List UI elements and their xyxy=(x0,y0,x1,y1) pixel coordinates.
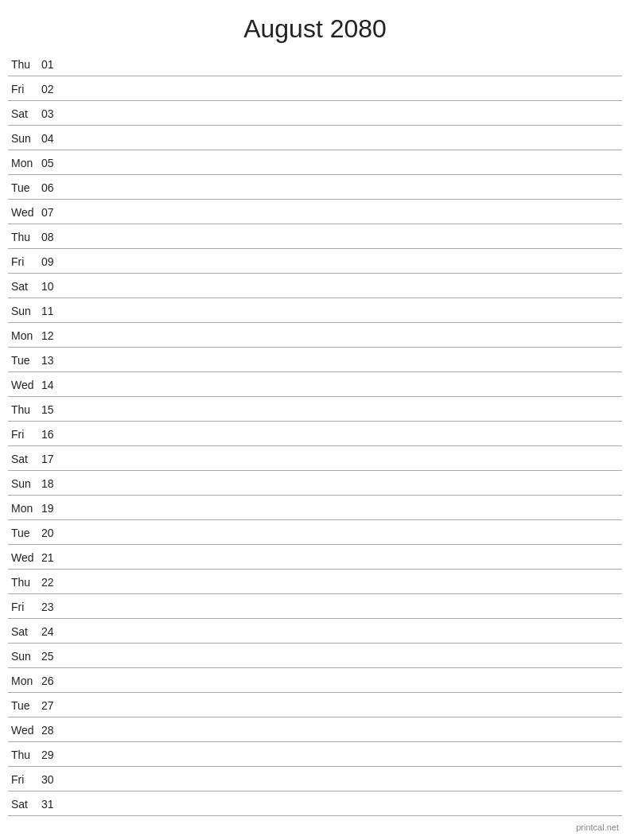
day-line xyxy=(65,558,622,558)
day-row: Fri30 xyxy=(8,767,622,791)
day-line xyxy=(65,286,622,287)
day-line xyxy=(65,508,622,509)
day-name: Mon xyxy=(8,675,41,687)
day-line xyxy=(65,64,622,65)
day-number: 01 xyxy=(41,58,65,71)
day-name: Sun xyxy=(8,305,41,317)
day-line xyxy=(65,780,622,780)
day-name: Mon xyxy=(8,502,41,515)
day-row: Thu29 xyxy=(8,742,622,767)
day-number: 23 xyxy=(41,601,65,613)
day-row: Fri16 xyxy=(8,422,622,446)
day-name: Wed xyxy=(8,206,41,219)
day-name: Sat xyxy=(8,453,41,465)
day-number: 04 xyxy=(41,132,65,145)
day-row: Sat03 xyxy=(8,101,622,126)
day-line xyxy=(65,360,622,361)
day-name: Sun xyxy=(8,132,41,145)
day-name: Thu xyxy=(8,576,41,589)
day-line xyxy=(65,804,622,805)
day-name: Fri xyxy=(8,601,41,613)
day-line xyxy=(65,582,622,583)
day-line xyxy=(65,681,622,682)
day-name: Wed xyxy=(8,724,41,737)
day-number: 07 xyxy=(41,206,65,219)
day-line xyxy=(65,212,622,213)
day-row: Fri09 xyxy=(8,249,622,274)
day-number: 25 xyxy=(41,650,65,663)
day-number: 24 xyxy=(41,625,65,638)
day-row: Wed07 xyxy=(8,200,622,224)
day-number: 13 xyxy=(41,354,65,367)
day-number: 14 xyxy=(41,379,65,391)
day-name: Sat xyxy=(8,625,41,638)
day-line xyxy=(65,484,622,484)
day-row: Mon05 xyxy=(8,150,622,175)
day-name: Thu xyxy=(8,403,41,416)
day-row: Sat24 xyxy=(8,619,622,644)
day-name: Fri xyxy=(8,83,41,95)
day-number: 31 xyxy=(41,798,65,811)
day-line xyxy=(65,163,622,164)
day-line xyxy=(65,237,622,238)
day-number: 03 xyxy=(41,107,65,120)
day-line xyxy=(65,114,622,115)
page-title: August 2080 xyxy=(0,0,630,52)
day-row: Tue06 xyxy=(8,175,622,200)
day-number: 08 xyxy=(41,231,65,243)
day-number: 30 xyxy=(41,773,65,786)
day-line xyxy=(65,459,622,460)
day-name: Fri xyxy=(8,773,41,786)
day-name: Sat xyxy=(8,107,41,120)
day-number: 17 xyxy=(41,453,65,465)
day-number: 02 xyxy=(41,83,65,95)
day-row: Tue13 xyxy=(8,348,622,372)
day-name: Wed xyxy=(8,551,41,564)
day-number: 15 xyxy=(41,403,65,416)
day-line xyxy=(65,385,622,386)
day-name: Thu xyxy=(8,58,41,71)
day-line xyxy=(65,434,622,435)
day-number: 09 xyxy=(41,255,65,268)
day-line xyxy=(65,188,622,189)
day-name: Sat xyxy=(8,280,41,293)
day-number: 22 xyxy=(41,576,65,589)
day-row: Thu15 xyxy=(8,397,622,422)
day-number: 10 xyxy=(41,280,65,293)
day-row: Mon26 xyxy=(8,668,622,693)
day-name: Thu xyxy=(8,749,41,761)
day-row: Sun25 xyxy=(8,644,622,668)
day-line xyxy=(65,632,622,632)
day-line xyxy=(65,138,622,139)
day-name: Sat xyxy=(8,798,41,811)
day-name: Mon xyxy=(8,157,41,169)
day-row: Sat31 xyxy=(8,791,622,816)
day-row: Sun04 xyxy=(8,126,622,150)
day-line xyxy=(65,89,622,90)
day-row: Thu08 xyxy=(8,224,622,249)
day-line xyxy=(65,656,622,657)
day-row: Tue20 xyxy=(8,520,622,545)
day-name: Tue xyxy=(8,527,41,539)
day-number: 06 xyxy=(41,181,65,194)
day-name: Sun xyxy=(8,477,41,490)
day-number: 11 xyxy=(41,305,65,317)
day-line xyxy=(65,410,622,410)
day-number: 26 xyxy=(41,675,65,687)
footer-watermark: printcal.net xyxy=(576,822,619,832)
day-number: 05 xyxy=(41,157,65,169)
day-number: 21 xyxy=(41,551,65,564)
day-name: Thu xyxy=(8,231,41,243)
day-number: 28 xyxy=(41,724,65,737)
day-number: 29 xyxy=(41,749,65,761)
day-row: Sun11 xyxy=(8,298,622,323)
day-row: Fri02 xyxy=(8,76,622,101)
day-name: Tue xyxy=(8,699,41,712)
day-line xyxy=(65,311,622,312)
day-row: Mon19 xyxy=(8,496,622,520)
calendar-container: Thu01Fri02Sat03Sun04Mon05Tue06Wed07Thu08… xyxy=(0,52,630,816)
day-number: 27 xyxy=(41,699,65,712)
day-row: Wed21 xyxy=(8,545,622,570)
day-name: Sun xyxy=(8,650,41,663)
day-name: Tue xyxy=(8,354,41,367)
